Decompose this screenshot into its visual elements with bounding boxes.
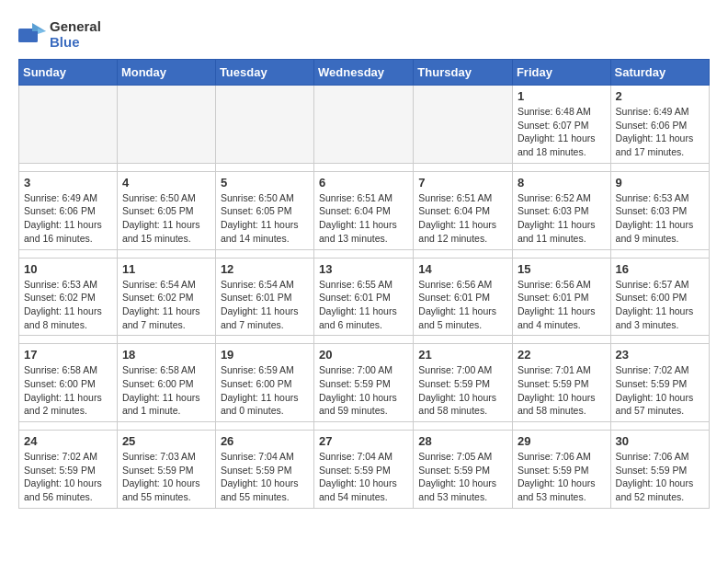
day-info: Sunrise: 6:50 AM Sunset: 6:05 PM Dayligh…	[122, 191, 210, 246]
calendar-cell: 26Sunrise: 7:04 AM Sunset: 5:59 PM Dayli…	[215, 431, 313, 509]
calendar-cell: 12Sunrise: 6:54 AM Sunset: 6:01 PM Dayli…	[215, 258, 313, 336]
calendar-cell: 2Sunrise: 6:49 AM Sunset: 6:06 PM Daylig…	[610, 86, 709, 164]
calendar-cell: 8Sunrise: 6:52 AM Sunset: 6:03 PM Daylig…	[512, 171, 610, 249]
day-info: Sunrise: 7:04 AM Sunset: 5:59 PM Dayligh…	[221, 450, 309, 504]
day-info: Sunrise: 6:53 AM Sunset: 6:02 PM Dayligh…	[24, 278, 112, 332]
day-number: 23	[616, 348, 704, 362]
day-info: Sunrise: 6:56 AM Sunset: 6:01 PM Dayligh…	[418, 278, 507, 332]
week-separator	[19, 163, 710, 171]
day-info: Sunrise: 6:52 AM Sunset: 6:03 PM Dayligh…	[518, 191, 606, 246]
day-number: 7	[418, 176, 507, 190]
day-number: 12	[221, 262, 309, 276]
calendar-cell: 29Sunrise: 7:06 AM Sunset: 5:59 PM Dayli…	[512, 431, 610, 509]
calendar-cell: 1Sunrise: 6:48 AM Sunset: 6:07 PM Daylig…	[512, 86, 610, 164]
calendar-cell: 18Sunrise: 6:58 AM Sunset: 6:00 PM Dayli…	[117, 344, 215, 422]
day-number: 15	[518, 262, 606, 276]
calendar-cell	[117, 86, 215, 164]
calendar-cell: 25Sunrise: 7:03 AM Sunset: 5:59 PM Dayli…	[117, 431, 215, 509]
day-info: Sunrise: 7:06 AM Sunset: 5:59 PM Dayligh…	[616, 450, 704, 504]
logo-text: General Blue	[50, 18, 101, 50]
calendar-table: SundayMondayTuesdayWednesdayThursdayFrid…	[18, 59, 710, 509]
column-header-tuesday: Tuesday	[215, 60, 313, 86]
week-row-0: 1Sunrise: 6:48 AM Sunset: 6:07 PM Daylig…	[19, 86, 710, 164]
calendar-cell: 30Sunrise: 7:06 AM Sunset: 5:59 PM Dayli…	[610, 431, 709, 509]
day-number: 17	[24, 348, 112, 362]
day-number: 25	[122, 434, 210, 448]
calendar-cell: 21Sunrise: 7:00 AM Sunset: 5:59 PM Dayli…	[414, 344, 513, 422]
day-info: Sunrise: 6:54 AM Sunset: 6:02 PM Dayligh…	[122, 278, 210, 332]
calendar-cell: 11Sunrise: 6:54 AM Sunset: 6:02 PM Dayli…	[117, 258, 215, 336]
day-info: Sunrise: 6:51 AM Sunset: 6:04 PM Dayligh…	[319, 191, 408, 246]
calendar-cell: 27Sunrise: 7:04 AM Sunset: 5:59 PM Dayli…	[314, 431, 414, 509]
calendar-cell: 23Sunrise: 7:02 AM Sunset: 5:59 PM Dayli…	[610, 344, 709, 422]
day-info: Sunrise: 6:56 AM Sunset: 6:01 PM Dayligh…	[518, 278, 606, 332]
page-header: General Blue	[18, 18, 710, 50]
day-number: 16	[616, 262, 704, 276]
column-header-thursday: Thursday	[414, 60, 513, 86]
calendar-cell: 20Sunrise: 7:00 AM Sunset: 5:59 PM Dayli…	[314, 344, 414, 422]
day-number: 24	[24, 434, 112, 448]
day-number: 3	[24, 176, 112, 190]
day-info: Sunrise: 7:05 AM Sunset: 5:59 PM Dayligh…	[418, 450, 507, 504]
day-number: 9	[616, 176, 704, 190]
calendar-cell: 3Sunrise: 6:49 AM Sunset: 6:06 PM Daylig…	[19, 171, 118, 249]
header-row: SundayMondayTuesdayWednesdayThursdayFrid…	[19, 60, 710, 86]
day-info: Sunrise: 6:48 AM Sunset: 6:07 PM Dayligh…	[518, 105, 606, 159]
calendar-cell: 28Sunrise: 7:05 AM Sunset: 5:59 PM Dayli…	[414, 431, 513, 509]
day-number: 5	[221, 176, 309, 190]
day-number: 19	[221, 348, 309, 362]
calendar-cell: 6Sunrise: 6:51 AM Sunset: 6:04 PM Daylig…	[314, 171, 414, 249]
day-info: Sunrise: 6:50 AM Sunset: 6:05 PM Dayligh…	[221, 191, 309, 246]
day-number: 20	[319, 348, 408, 362]
day-number: 18	[122, 348, 210, 362]
calendar-body: 1Sunrise: 6:48 AM Sunset: 6:07 PM Daylig…	[19, 86, 710, 509]
day-number: 6	[319, 176, 408, 190]
day-number: 4	[122, 176, 210, 190]
day-number: 28	[418, 434, 507, 448]
day-number: 30	[616, 434, 704, 448]
day-info: Sunrise: 7:06 AM Sunset: 5:59 PM Dayligh…	[518, 450, 606, 504]
day-number: 22	[518, 348, 606, 362]
calendar-header: SundayMondayTuesdayWednesdayThursdayFrid…	[19, 60, 710, 86]
column-header-saturday: Saturday	[610, 60, 709, 86]
column-header-monday: Monday	[117, 60, 215, 86]
day-info: Sunrise: 6:51 AM Sunset: 6:04 PM Dayligh…	[418, 191, 507, 246]
calendar-cell: 19Sunrise: 6:59 AM Sunset: 6:00 PM Dayli…	[215, 344, 313, 422]
column-header-friday: Friday	[512, 60, 610, 86]
day-info: Sunrise: 7:02 AM Sunset: 5:59 PM Dayligh…	[24, 450, 112, 504]
calendar-cell: 16Sunrise: 6:57 AM Sunset: 6:00 PM Dayli…	[610, 258, 709, 336]
calendar-cell: 13Sunrise: 6:55 AM Sunset: 6:01 PM Dayli…	[314, 258, 414, 336]
day-number: 13	[319, 262, 408, 276]
day-number: 27	[319, 434, 408, 448]
calendar-cell	[215, 86, 313, 164]
day-number: 26	[221, 434, 309, 448]
calendar-cell	[314, 86, 414, 164]
day-info: Sunrise: 6:55 AM Sunset: 6:01 PM Dayligh…	[319, 278, 408, 332]
week-row-2: 10Sunrise: 6:53 AM Sunset: 6:02 PM Dayli…	[19, 258, 710, 336]
week-row-1: 3Sunrise: 6:49 AM Sunset: 6:06 PM Daylig…	[19, 171, 710, 249]
day-info: Sunrise: 7:04 AM Sunset: 5:59 PM Dayligh…	[319, 450, 408, 504]
calendar-cell: 7Sunrise: 6:51 AM Sunset: 6:04 PM Daylig…	[414, 171, 513, 249]
day-info: Sunrise: 6:49 AM Sunset: 6:06 PM Dayligh…	[24, 191, 112, 246]
day-info: Sunrise: 6:58 AM Sunset: 6:00 PM Dayligh…	[122, 363, 210, 418]
day-info: Sunrise: 7:01 AM Sunset: 5:59 PM Dayligh…	[518, 363, 606, 418]
day-number: 1	[518, 89, 606, 103]
week-row-3: 17Sunrise: 6:58 AM Sunset: 6:00 PM Dayli…	[19, 344, 710, 422]
logo: General Blue	[18, 18, 101, 50]
day-info: Sunrise: 6:54 AM Sunset: 6:01 PM Dayligh…	[221, 278, 309, 332]
calendar-cell: 4Sunrise: 6:50 AM Sunset: 6:05 PM Daylig…	[117, 171, 215, 249]
week-separator	[19, 249, 710, 258]
day-info: Sunrise: 6:49 AM Sunset: 6:06 PM Dayligh…	[616, 105, 704, 159]
calendar-cell	[19, 86, 118, 164]
day-info: Sunrise: 7:00 AM Sunset: 5:59 PM Dayligh…	[418, 363, 507, 418]
day-number: 8	[518, 176, 606, 190]
calendar-cell: 9Sunrise: 6:53 AM Sunset: 6:03 PM Daylig…	[610, 171, 709, 249]
day-number: 2	[616, 89, 704, 103]
calendar-cell: 22Sunrise: 7:01 AM Sunset: 5:59 PM Dayli…	[512, 344, 610, 422]
day-number: 14	[418, 262, 507, 276]
calendar-cell: 24Sunrise: 7:02 AM Sunset: 5:59 PM Dayli…	[19, 431, 118, 509]
logo-icon	[18, 23, 46, 45]
day-info: Sunrise: 6:59 AM Sunset: 6:00 PM Dayligh…	[221, 363, 309, 418]
calendar-cell: 10Sunrise: 6:53 AM Sunset: 6:02 PM Dayli…	[19, 258, 118, 336]
day-info: Sunrise: 7:03 AM Sunset: 5:59 PM Dayligh…	[122, 450, 210, 504]
